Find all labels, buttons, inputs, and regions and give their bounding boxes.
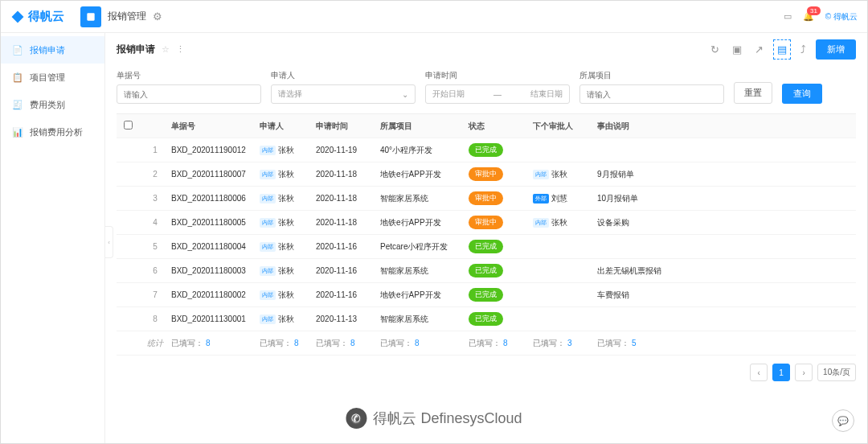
- table-row[interactable]: 6BXD_202011180003内部张秋2020-11-16智能家居系统已完成…: [117, 259, 856, 283]
- new-button[interactable]: 新增: [816, 39, 856, 60]
- content: 报销申请 ☆ ⋮ ↻ ▣ ↗ ▤ ⤴ 新增 单据号 申请人 请选择⌄ 申请时间: [105, 33, 867, 443]
- watermark: ✆ 得帆云 DefinesysCloud: [346, 408, 522, 429]
- app-icon[interactable]: [80, 6, 101, 27]
- filter-id-label: 单据号: [117, 70, 261, 81]
- watermark-text: 得帆云 DefinesysCloud: [373, 409, 522, 428]
- logo-text: 得帆云: [28, 9, 64, 24]
- sidebar-label: 报销费用分析: [30, 126, 83, 138]
- page-title: 报销申请: [117, 43, 155, 56]
- table-header: 单据号申请人申请时间所属项目状态下个审批人事由说明: [117, 114, 856, 138]
- sidebar-icon: 📋: [12, 72, 23, 83]
- image-icon[interactable]: ▣: [729, 40, 745, 59]
- sidebar-item-0[interactable]: 📄报销申请: [1, 36, 104, 64]
- user-link[interactable]: © 得帆云: [825, 11, 858, 23]
- search-button[interactable]: 查询: [782, 84, 822, 104]
- page-head: 报销申请 ☆ ⋮ ↻ ▣ ↗ ▤ ⤴ 新增: [105, 33, 867, 65]
- sidebar-item-2[interactable]: 🧾费用类别: [1, 91, 104, 118]
- table-row[interactable]: 2BXD_202011180007内部张秋2020-11-18地铁e行APP开发…: [117, 162, 856, 187]
- chat-button[interactable]: 💬: [832, 409, 854, 432]
- sidebar-icon: 📄: [12, 45, 23, 56]
- header: 得帆云 报销管理 ⚙ ▭ 🔔31 © 得帆云: [1, 1, 867, 33]
- sidebar-icon: 🧾: [12, 100, 23, 110]
- next-page[interactable]: ›: [795, 364, 813, 381]
- filter-apl-select[interactable]: 请选择⌄: [271, 84, 416, 104]
- notification-badge: 31: [807, 6, 821, 15]
- filter-proj-input[interactable]: [579, 84, 724, 104]
- sidebar-label: 项目管理: [30, 72, 65, 84]
- table-row[interactable]: 7BXD_202011180002内部张秋2020-11-16地铁e行APP开发…: [117, 283, 856, 307]
- page-size[interactable]: 10条/页: [817, 364, 856, 381]
- table-row[interactable]: 5BXD_202011180004内部张秋2020-11-16Petcare小程…: [117, 235, 856, 259]
- more-icon[interactable]: ⋮: [176, 44, 185, 55]
- pagination: ‹ 1 › 10条/页: [105, 356, 867, 389]
- filter-time-range[interactable]: 开始日期—结束日期: [425, 84, 570, 104]
- refresh-icon[interactable]: ↻: [707, 40, 723, 59]
- filter-id-input[interactable]: [117, 84, 261, 104]
- filter-apl-label: 申请人: [271, 70, 416, 81]
- table-row[interactable]: 1BXD_202011190012内部张秋2020-11-1940°小程序开发已…: [117, 138, 856, 162]
- chevron-down-icon: ⌄: [402, 90, 408, 99]
- monitor-icon[interactable]: ▭: [784, 11, 792, 22]
- wechat-icon: ✆: [346, 408, 366, 429]
- prev-page[interactable]: ‹: [750, 364, 768, 381]
- notification-icon[interactable]: 🔔31: [803, 11, 814, 22]
- logo[interactable]: 得帆云: [10, 9, 64, 24]
- app-name: 报销管理: [108, 10, 146, 23]
- sidebar-label: 报销申请: [30, 44, 65, 56]
- reset-button[interactable]: 重置: [734, 82, 772, 104]
- table-stats: 统计已填写：8已填写：8已填写：8已填写：8已填写：8已填写：3已填写：5: [117, 331, 856, 356]
- page-1[interactable]: 1: [772, 364, 790, 381]
- share-icon[interactable]: ⤴: [797, 40, 809, 59]
- settings-icon[interactable]: ⚙: [153, 10, 162, 23]
- filter-proj-label: 所属项目: [579, 70, 724, 81]
- table: 单据号申请人申请时间所属项目状态下个审批人事由说明1BXD_2020111900…: [117, 113, 856, 356]
- sidebar-item-1[interactable]: 📋项目管理: [1, 64, 104, 91]
- favorite-icon[interactable]: ☆: [162, 44, 170, 55]
- sidebar: 📄报销申请📋项目管理🧾费用类别📊报销费用分析: [1, 33, 105, 443]
- sidebar-item-3[interactable]: 📊报销费用分析: [1, 118, 104, 146]
- layout-icon[interactable]: ▤: [773, 39, 791, 60]
- logo-icon: [10, 10, 25, 24]
- table-row[interactable]: 4BXD_202011180005内部张秋2020-11-18地铁e行APP开发…: [117, 211, 856, 235]
- table-row[interactable]: 8BXD_202011130001内部张秋2020-11-13智能家居系统已完成: [117, 307, 856, 331]
- svg-rect-0: [87, 13, 94, 20]
- sidebar-icon: 📊: [12, 127, 23, 138]
- export-icon[interactable]: ↗: [751, 40, 767, 59]
- filter-time-label: 申请时间: [425, 70, 570, 81]
- select-all[interactable]: [124, 121, 133, 130]
- table-row[interactable]: 3BXD_202011180006内部张秋2020-11-18智能家居系统审批中…: [117, 187, 856, 211]
- toolbar: ↻ ▣ ↗ ▤ ⤴ 新增: [707, 39, 856, 60]
- filters: 单据号 申请人 请选择⌄ 申请时间 开始日期—结束日期 所属项目 重置 查询: [105, 65, 867, 113]
- sidebar-label: 费用类别: [30, 99, 65, 111]
